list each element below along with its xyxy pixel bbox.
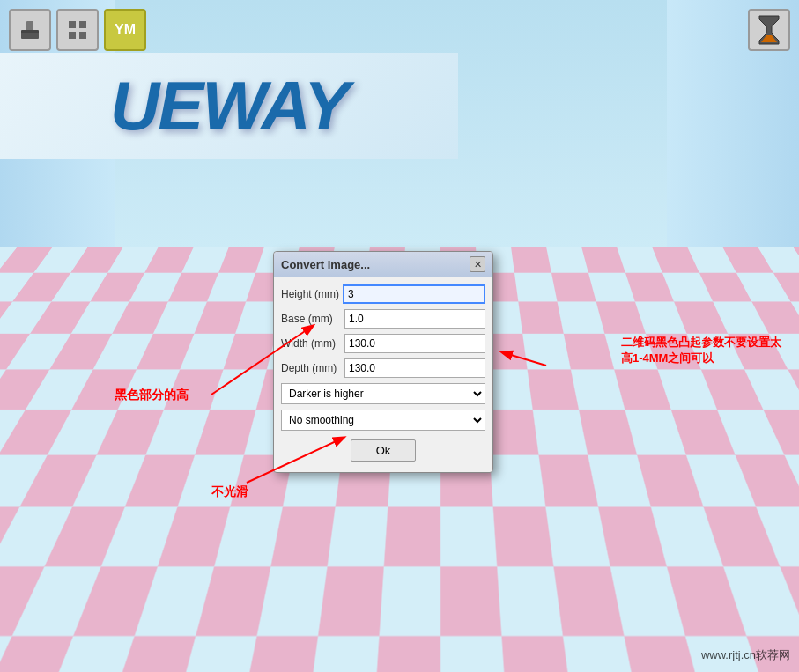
height-input[interactable] (343, 284, 485, 304)
annotation-left: 黑色部分的高 (115, 388, 189, 403)
annotation-right: 二维码黑色凸起参数不要设置太高1-4MM之间可以 (621, 335, 781, 366)
base-label: Base (mm) (281, 313, 344, 325)
base-row: Base (mm) (281, 309, 485, 329)
svg-rect-6 (79, 32, 86, 39)
depth-input[interactable] (344, 358, 485, 378)
height-row: Height (mm) (281, 284, 485, 304)
watermark-text: www.rjtj.cn软荐网 (701, 648, 790, 661)
toolbar-btn-1[interactable] (9, 9, 51, 51)
dialog-title: Convert image... (281, 258, 370, 271)
hammer-icon (18, 18, 42, 42)
top-right-button[interactable] (748, 9, 790, 51)
ym-label: YM (115, 22, 136, 38)
dialog-title-bar: Convert image... ✕ (274, 252, 492, 277)
depth-row: Depth (mm) (281, 358, 485, 378)
hourglass-icon (756, 14, 782, 46)
dialog-content: Height (mm) Base (mm) Width (mm) Depth (… (274, 277, 492, 472)
height-label: Height (mm) (281, 288, 343, 300)
smoothing-select[interactable]: No smoothing Low smoothing Medium smooth… (281, 410, 485, 431)
grid-icon (65, 18, 90, 42)
toolbar: YM (9, 9, 146, 51)
depth-label: Depth (mm) (281, 362, 344, 374)
annotation-bottom-text: 不光滑 (211, 484, 248, 498)
annotation-left-text: 黑色部分的高 (115, 388, 189, 402)
base-input[interactable] (344, 309, 485, 329)
svg-rect-5 (69, 32, 76, 39)
watermark: www.rjtj.cn软荐网 (701, 647, 790, 663)
main-scene: UEWAY YM (0, 0, 799, 672)
toolbar-btn-ym[interactable]: YM (104, 9, 146, 51)
convert-image-dialog: Convert image... ✕ Height (mm) Base (mm)… (273, 251, 493, 473)
width-row: Width (mm) (281, 334, 485, 353)
width-input[interactable] (344, 334, 485, 353)
annotation-right-text: 二维码黑色凸起参数不要设置太高1-4MM之间可以 (621, 336, 781, 365)
svg-rect-4 (79, 21, 86, 28)
dialog-close-button[interactable]: ✕ (470, 256, 485, 272)
svg-rect-2 (21, 30, 39, 33)
width-label: Width (mm) (281, 337, 344, 350)
toolbar-btn-2[interactable] (56, 9, 99, 51)
logo-text: UEWAY (110, 66, 348, 146)
svg-rect-3 (69, 21, 76, 28)
annotation-bottom: 不光滑 (211, 484, 248, 500)
darker-higher-select[interactable]: Darker is higher Lighter is higher (281, 383, 485, 404)
ok-button[interactable]: Ok (351, 439, 417, 462)
logo-area: UEWAY (0, 53, 458, 159)
